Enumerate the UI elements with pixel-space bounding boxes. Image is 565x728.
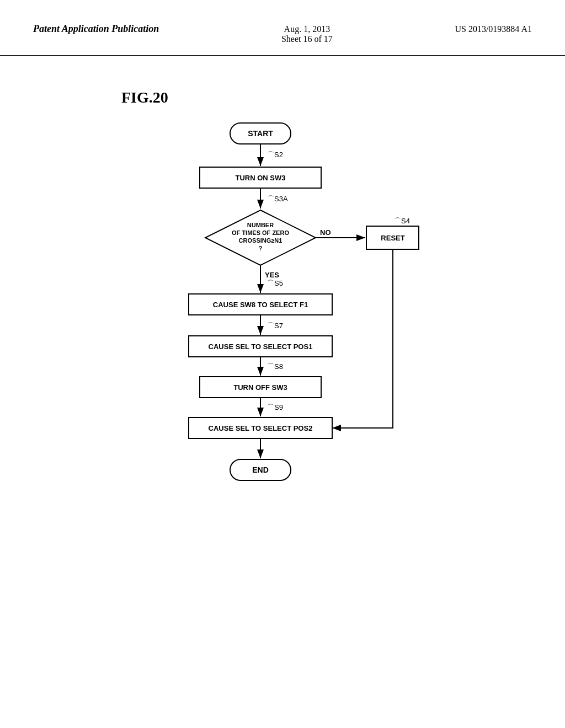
- svg-text:⌒S9: ⌒S9: [267, 403, 283, 411]
- page-header: Patent Application Publication Aug. 1, 2…: [0, 0, 565, 56]
- svg-text:YES: YES: [265, 271, 279, 279]
- svg-text:END: END: [252, 465, 269, 474]
- svg-text:START: START: [248, 129, 273, 138]
- svg-text:⌒S5: ⌒S5: [267, 279, 283, 287]
- svg-text:NUMBER: NUMBER: [247, 222, 274, 228]
- figure-label: FIG.20: [121, 89, 168, 106]
- svg-text:⌒S8: ⌒S8: [267, 362, 283, 371]
- svg-text:TURN ON SW3: TURN ON SW3: [236, 174, 286, 182]
- publication-date: Aug. 1, 2013 Sheet 16 of 17: [281, 22, 333, 44]
- svg-text:CAUSE SEL TO SELECT POS1: CAUSE SEL TO SELECT POS1: [209, 342, 313, 351]
- svg-text:CAUSE SW8 TO SELECT F1: CAUSE SW8 TO SELECT F1: [213, 301, 308, 309]
- flowchart-svg: START ⌒S2 TURN ON SW3 ⌒S3A NUMBER OF TIM…: [128, 117, 437, 570]
- publication-title: Patent Application Publication: [33, 22, 159, 36]
- svg-text:⌒S4: ⌒S4: [394, 217, 410, 225]
- svg-text:NO: NO: [320, 228, 331, 237]
- svg-text:⌒S3A: ⌒S3A: [267, 195, 288, 203]
- svg-text:OF TIMES OF ZERO: OF TIMES OF ZERO: [232, 229, 289, 236]
- svg-text:TURN OFF SW3: TURN OFF SW3: [233, 383, 287, 392]
- svg-text:?: ?: [259, 245, 263, 251]
- publication-number: US 2013/0193884 A1: [455, 22, 532, 34]
- svg-text:CROSSING≥N1: CROSSING≥N1: [239, 237, 282, 244]
- svg-text:⌒S7: ⌒S7: [267, 322, 283, 330]
- flowchart: START ⌒S2 TURN ON SW3 ⌒S3A NUMBER OF TIM…: [128, 117, 437, 572]
- svg-text:CAUSE SEL TO SELECT POS2: CAUSE SEL TO SELECT POS2: [209, 424, 313, 432]
- svg-text:RESET: RESET: [381, 234, 404, 242]
- svg-text:⌒S2: ⌒S2: [267, 151, 283, 159]
- main-content: FIG.20 START ⌒S2 TURN ON SW3 ⌒S3A: [0, 56, 565, 605]
